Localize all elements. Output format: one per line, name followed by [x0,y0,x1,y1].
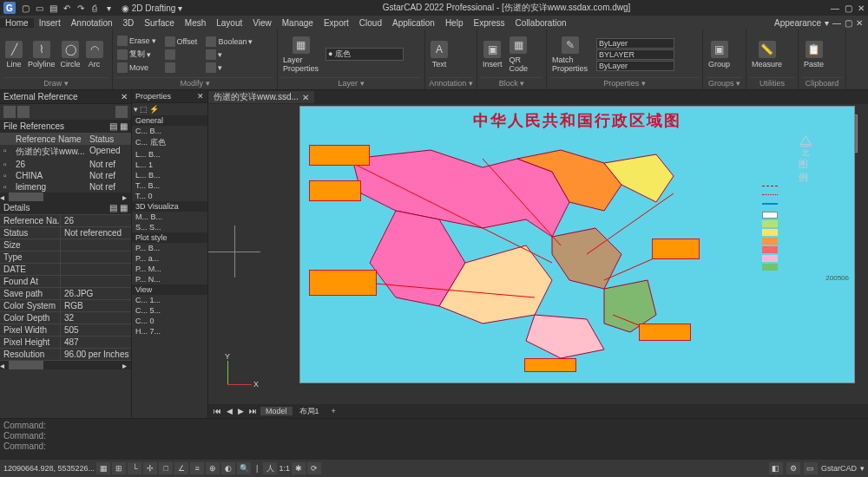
prop-row[interactable]: C... 0 [132,316,207,326]
prop-row[interactable]: P... a... [132,253,207,264]
move-tool[interactable]: Move [116,62,157,74]
line-tool[interactable]: ╱Line [3,39,24,70]
detail-row[interactable]: Reference Na...26 [0,215,131,227]
boolean-tool[interactable]: Boolean ▾ [205,36,253,48]
xref-row[interactable]: ▫CHINANot ref [0,170,131,181]
xref-close-icon[interactable]: ✕ [121,92,128,101]
trim-tool[interactable]: ▾ [205,49,253,61]
menu-cloud[interactable]: Cloud [354,18,387,28]
anno-toggle[interactable]: 人 [263,462,277,474]
detail-row[interactable]: Found At [0,276,131,288]
cat-view[interactable]: View [132,284,207,295]
appearance-dropdown-icon[interactable]: ▾ [825,18,829,28]
menu-express[interactable]: Express [468,18,510,28]
arc-tool[interactable]: ◠Arc [84,39,105,70]
prop-row[interactable]: C... 1... [132,295,207,305]
detail-view-a-icon[interactable]: ▤ [109,203,117,212]
linetype-combo[interactable]: BYLAYER [596,49,674,60]
menu-layout[interactable]: Layout [211,18,247,28]
xref-row[interactable]: ▫伤逝的安详www...Opened [0,145,131,159]
doc-restore-icon[interactable]: ▢ [845,18,852,28]
props-sel-icon[interactable]: ▾ [134,105,138,114]
magnify-toggle[interactable]: 🔍 [237,462,251,474]
anno-auto-toggle[interactable]: ⟳ [307,462,321,474]
color-combo[interactable]: ByLayer [596,38,674,49]
anno-scale[interactable]: 1:1 [279,464,290,473]
prop-row[interactable]: M... B... [132,212,207,222]
save-icon[interactable]: ▤ [47,2,59,14]
menu-export[interactable]: Export [319,18,354,28]
detail-row[interactable]: DATE [0,264,131,276]
menu-view[interactable]: View [247,18,277,28]
props-pick-icon[interactable]: ⬚ [140,105,148,114]
menu-home[interactable]: Home [0,18,34,28]
workspace-selector[interactable]: ◉ 2D Drafting ▾ [122,3,182,13]
rotate-tool[interactable] [164,62,199,74]
layer-combo[interactable]: ● 底色 [326,48,404,61]
ortho-toggle[interactable]: └ [128,462,141,474]
new-icon[interactable]: ▢ [19,2,31,14]
app-logo[interactable]: G [3,2,16,14]
redo-icon[interactable]: ↷ [75,2,87,14]
lweight-combo[interactable]: ByLayer [596,61,674,71]
xref-help-icon[interactable] [115,106,128,118]
tray-expand-icon[interactable]: ▾ [860,464,865,473]
col-name[interactable]: Reference Name [16,134,89,144]
detail-row[interactable]: Resolution96.00 per Inches [0,349,131,361]
prop-row[interactable]: H... 7... [132,326,207,337]
xref-row[interactable]: ▫leimengNot ref [0,181,131,193]
detail-row[interactable]: Save path26.JPG [0,288,131,300]
offset-tool[interactable]: Offset [164,36,199,48]
hardware-toggle[interactable]: ⚙ [786,462,800,474]
copy-tool[interactable]: 复制 ▾ [116,48,157,61]
group-tool[interactable]: ▣Group [707,39,732,70]
text-tool[interactable]: AText [429,39,450,70]
lwt-toggle[interactable]: ≡ [190,462,204,474]
erase-tool[interactable]: Erase ▾ [116,35,157,47]
anno-vis-toggle[interactable]: ✱ [292,462,306,474]
command-window[interactable]: Command: Command: Command: [0,418,868,460]
menu-insert[interactable]: Insert [34,18,66,28]
cat-vis[interactable]: 3D Visualiza [132,201,207,212]
coords-readout[interactable]: 12090664.928, 5535226... [3,464,95,473]
doc-close-icon[interactable]: ✕ [856,18,863,28]
props-quick-icon[interactable]: ⚡ [149,105,159,114]
document-tab[interactable]: 伤逝的安详www.ssd...✕ [208,91,314,103]
dyn-toggle[interactable]: ⊕ [206,462,220,474]
isolate-toggle[interactable]: ◧ [769,462,783,474]
detail-row[interactable]: StatusNot referenced [0,227,131,239]
layout1-tab[interactable]: 布局1 [294,406,325,417]
paste-tool[interactable]: 📋Paste [802,39,825,70]
close-button[interactable]: ✕ [858,3,865,13]
tab-first-icon[interactable]: ⏮ [212,407,223,415]
grid-toggle[interactable]: ⊞ [112,462,126,474]
canvas[interactable]: Y X 上 中华人民共和国行政区域图 [208,104,868,404]
prop-row[interactable]: P... N... [132,274,207,284]
details-hscroll[interactable]: ◂▸ [0,361,131,369]
menu-surface[interactable]: Surface [139,18,179,28]
print-icon[interactable]: ⎙ [89,2,101,14]
tab-prev-icon[interactable]: ◀ [225,407,234,415]
prop-row[interactable]: L... B... [132,149,207,160]
prop-row[interactable]: L... 1 [132,160,207,170]
prop-row[interactable]: P... M... [132,264,207,274]
detail-row[interactable]: Pixel Height487 [0,337,131,349]
qr-tool[interactable]: ▦QR Code [508,35,530,75]
prop-row[interactable]: C... B... [132,126,207,136]
prop-row[interactable]: C... 5... [132,305,207,316]
polyline-tool[interactable]: ⌇Polyline [26,39,57,70]
menu-3d[interactable]: 3D [118,18,140,28]
tab-last-icon[interactable]: ⏭ [247,407,259,415]
detail-row[interactable]: Type [0,252,131,264]
col-status[interactable]: Status [89,134,128,144]
cat-plot[interactable]: Plot style [132,232,207,243]
clean-toggle[interactable]: ▭ [804,462,818,474]
tab-next-icon[interactable]: ▶ [236,407,246,415]
open-icon[interactable]: ▭ [33,2,45,14]
insert-block-tool[interactable]: ▣Insert [481,39,504,70]
array-tool[interactable]: ▾ [205,62,253,74]
prop-row[interactable]: S... S... [132,222,207,232]
detail-view-b-icon[interactable]: ▦ [120,203,128,212]
maximize-button[interactable]: ▢ [845,3,852,13]
menu-collaboration[interactable]: Collaboration [510,18,572,28]
